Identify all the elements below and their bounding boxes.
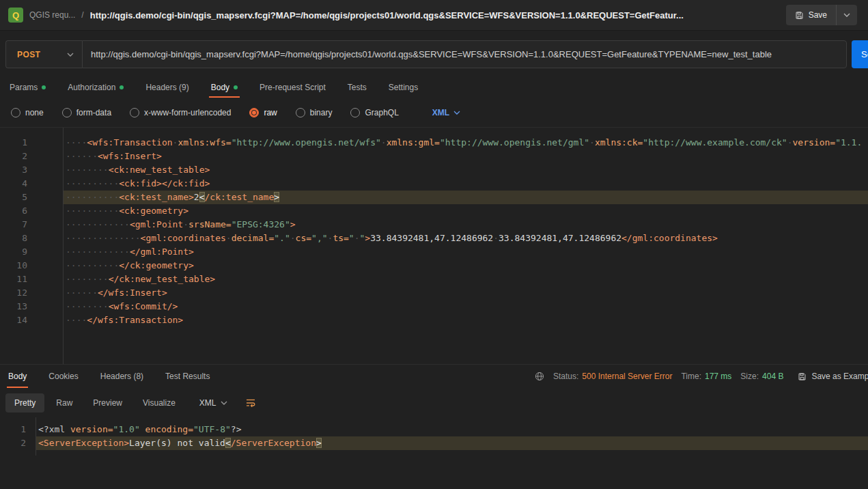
body-mode-urlencoded[interactable]: x-www-form-urlencoded: [130, 108, 231, 117]
save-as-example-button[interactable]: Save as Example: [798, 372, 868, 381]
code-token-match: >: [274, 192, 279, 202]
tab-label: Headers (8): [100, 372, 143, 381]
tab-settings[interactable]: Settings: [384, 77, 422, 98]
code-token-ws: ·: [493, 233, 499, 243]
line-number: 4: [0, 177, 63, 191]
code-token-ws: ·: [787, 137, 793, 148]
code-token-str: "1.0": [113, 424, 140, 434]
raw-language-dropdown[interactable]: XML: [432, 108, 460, 117]
tab-indicator-dot: [42, 85, 46, 89]
code-line-content[interactable]: ······<wfs:Insert>: [63, 150, 868, 163]
code-line[interactable]: 9············</gml:Point>: [0, 245, 868, 259]
code-line[interactable]: 7············<gml:Point·srsName="EPSG:43…: [0, 218, 868, 232]
line-number: 1: [0, 423, 36, 436]
radio-selected-icon: [249, 108, 259, 117]
response-language-dropdown[interactable]: XML: [199, 398, 227, 408]
view-tab-visualize[interactable]: Visualize: [134, 393, 184, 413]
code-line-content[interactable]: ··········<ck:geometry>: [63, 204, 868, 218]
code-token-sp: [140, 424, 145, 434]
response-tab-body[interactable]: Body: [5, 365, 29, 388]
code-token-tag: >: [365, 233, 370, 243]
code-line[interactable]: 4··········<ck:fid></ck:fid>: [0, 177, 868, 191]
collection-name[interactable]: QGIS requ...: [29, 10, 75, 20]
code-token-ws: ····: [66, 315, 87, 325]
code-line[interactable]: 11········</ck:new_test_table>: [0, 273, 868, 286]
send-button[interactable]: Send: [852, 40, 868, 68]
code-token-attr: encoding=: [145, 424, 193, 434]
code-token-ws: ·: [354, 233, 360, 243]
body-mode-graphql[interactable]: GraphQL: [350, 108, 398, 117]
body-mode-form-data[interactable]: form-data: [62, 108, 111, 117]
code-token-tag: <ServerException>: [38, 438, 129, 448]
tab-body[interactable]: Body: [207, 77, 242, 98]
status-label: Status:: [553, 372, 578, 381]
code-line-content[interactable]: ········<ck:new_test_table>: [63, 163, 868, 177]
tab-pre-request-script[interactable]: Pre-request Script: [255, 77, 330, 98]
response-body-viewer: 1<?xml version="1.0" encoding="UTF-8"?>2…: [0, 417, 868, 489]
code-line-content[interactable]: ········</ck:new_test_table>: [63, 273, 868, 286]
request-tabs: Params Authorization Headers (9) Body Pr…: [0, 77, 868, 98]
response-tab-test-results[interactable]: Test Results: [163, 365, 212, 388]
code-token-str: "1.1.: [835, 137, 862, 148]
line-number: 13: [0, 300, 63, 313]
url-input[interactable]: [82, 40, 847, 68]
code-line-content[interactable]: ············<gml:Point·srsName="EPSG:432…: [63, 218, 868, 232]
code-line-content[interactable]: ····<wfs:Transaction·xmlns:wfs="http://w…: [63, 136, 868, 150]
response-tab-headers[interactable]: Headers (8): [98, 365, 146, 388]
code-line[interactable]: 13········<wfs:Commit/>: [0, 300, 868, 313]
code-line[interactable]: 6··········<ck:geometry>: [0, 204, 868, 218]
request-body-editor[interactable]: 1····<wfs:Transaction·xmlns:wfs="http://…: [0, 128, 868, 364]
code-line-content[interactable]: ······</wfs:Insert>: [63, 286, 868, 300]
code-line[interactable]: 12······</wfs:Insert>: [0, 286, 868, 300]
code-line[interactable]: 10··········</ck:geometry>: [0, 259, 868, 273]
code-token-ws: ········: [66, 165, 109, 175]
time-value: 177 ms: [705, 372, 731, 381]
line-number: 9: [0, 245, 63, 259]
code-line[interactable]: 5··········<ck:test_name>2</ck:test_name…: [0, 191, 868, 204]
language-label: XML: [432, 108, 449, 117]
response-tab-cookies[interactable]: Cookies: [46, 365, 81, 388]
response-meta: Status: 500 Internal Server Error Time: …: [535, 365, 868, 388]
view-tab-preview[interactable]: Preview: [84, 393, 131, 413]
code-line-content[interactable]: ········<wfs:Commit/>: [63, 300, 868, 313]
code-line-content[interactable]: ··········<ck:test_name>2</ck:test_name>: [63, 191, 868, 204]
wrap-lines-button[interactable]: [240, 393, 262, 413]
mode-label: form-data: [76, 108, 111, 117]
body-mode-binary[interactable]: binary: [296, 108, 333, 117]
tab-headers[interactable]: Headers (9): [141, 77, 193, 98]
code-line-content[interactable]: ··········</ck:geometry>: [63, 259, 868, 273]
code-line-content[interactable]: ············</gml:Point>: [63, 245, 868, 259]
code-token-tag: /ck:test_name: [205, 192, 275, 202]
code-token-ws: ··············: [66, 233, 141, 243]
save-options-button[interactable]: [836, 5, 857, 25]
code-token-tag: >: [290, 219, 296, 229]
method-dropdown[interactable]: POST: [5, 40, 82, 68]
body-mode-none[interactable]: none: [11, 108, 44, 117]
time-badge: Time: 177 ms: [681, 372, 731, 381]
tab-tests[interactable]: Tests: [344, 77, 371, 98]
tab-params[interactable]: Params: [5, 77, 50, 98]
code-token-str: ",": [311, 233, 327, 243]
code-line[interactable]: 2······<wfs:Insert>: [0, 150, 868, 163]
view-tab-raw[interactable]: Raw: [47, 393, 81, 413]
code-line[interactable]: 8··············<gml:coordinates·decimal=…: [0, 232, 868, 245]
breadcrumb-separator: /: [81, 10, 83, 20]
body-mode-raw[interactable]: raw: [249, 108, 277, 117]
code-line[interactable]: 3········<ck:new_test_table>: [0, 163, 868, 177]
tab-authorization[interactable]: Authorization: [64, 77, 128, 98]
code-token-ws: ··········: [66, 206, 119, 216]
code-line-content[interactable]: ··········<ck:fid></ck:fid>: [63, 177, 868, 191]
response-header: Body Cookies Headers (8) Test Results St…: [0, 365, 868, 388]
line-number: 14: [0, 313, 63, 327]
code-token-ws: ·: [290, 233, 296, 243]
code-line-content[interactable]: ····</wfs:Transaction>: [63, 313, 868, 327]
line-number: 7: [0, 218, 63, 232]
code-line-content[interactable]: ··············<gml:coordinates·decimal="…: [63, 232, 868, 245]
code-token-tag: </ck:geometry>: [119, 260, 194, 270]
code-token-attr: xmlns:gml=: [387, 137, 440, 148]
code-line[interactable]: 14····</wfs:Transaction>: [0, 313, 868, 327]
code-token-ws: ·: [183, 219, 188, 229]
view-tab-pretty[interactable]: Pretty: [5, 393, 44, 413]
save-button[interactable]: Save: [786, 5, 836, 25]
code-line[interactable]: 1····<wfs:Transaction·xmlns:wfs="http://…: [0, 136, 868, 150]
